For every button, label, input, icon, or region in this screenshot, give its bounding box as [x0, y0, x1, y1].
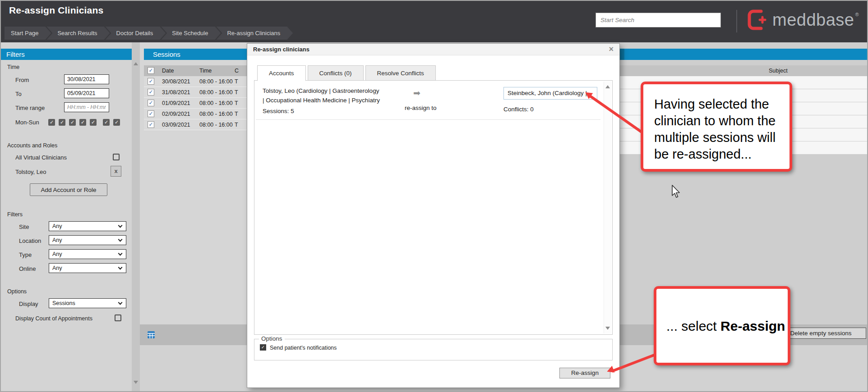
all-virtual-clinicians-checkbox[interactable] — [113, 154, 120, 160]
logo-divider — [736, 10, 737, 32]
breadcrumb-item-reassign-clinicians[interactable]: Re-assign Clinicians — [216, 27, 293, 40]
location-select[interactable]: Any — [49, 235, 126, 245]
callout-text-line: be re-assigned... — [654, 146, 776, 163]
session-date: 03/09/2021 — [162, 119, 190, 130]
remove-icon: x — [114, 168, 117, 174]
meddbase-logo-icon — [746, 8, 768, 32]
callout-selected-clinician: Having selected the clinician to whom th… — [641, 82, 792, 172]
session-clinician: T — [235, 98, 238, 109]
tab-accounts[interactable]: Accounts — [257, 65, 306, 81]
session-clinician: T — [235, 87, 238, 98]
sessions-panel-header: Sessions — [144, 49, 247, 60]
day-checkbox-thu[interactable]: ✓ — [79, 119, 86, 126]
source-clinician-line1: Tolstoy, Leo (Cardiology | Gastroenterol… — [263, 86, 380, 96]
display-count-checkbox[interactable] — [115, 315, 121, 321]
add-account-or-role-button[interactable]: Add Account or Role — [30, 183, 107, 196]
session-date: 31/08/2021 — [162, 87, 190, 98]
arrow-right-icon: ➡ — [413, 88, 420, 98]
target-clinician-field[interactable]: Steinbeck, John (Cardiology | — [503, 87, 597, 100]
tab-conflicts[interactable]: Conflicts (0) — [308, 65, 364, 81]
row-checkbox[interactable]: ✓ — [148, 89, 154, 96]
page-title: Re-assign Clinicians — [9, 5, 103, 16]
scroll-up-icon[interactable] — [605, 85, 610, 88]
to-date-input[interactable] — [65, 89, 109, 98]
column-subject: Subject — [769, 65, 788, 76]
row-checkbox[interactable]: ✓ — [148, 110, 154, 117]
options-section-label: Options — [7, 288, 27, 295]
callout-text-line: clinician to whom the — [654, 113, 776, 129]
session-row[interactable]: ✓ 30/08/2021 08:00 - 16:00 T — [144, 76, 247, 87]
session-time: 08:00 - 16:00 — [199, 119, 233, 130]
scroll-up-icon[interactable] — [134, 62, 138, 65]
session-row[interactable]: ✓ 03/09/2021 08:00 - 16:00 T — [144, 119, 247, 130]
options-fieldset: Options ✓ Send patient's notifications — [254, 339, 613, 360]
online-label: Online — [19, 265, 36, 272]
breadcrumb-item-site-schedule[interactable]: Site Schedule — [161, 27, 221, 40]
send-notifications-checkbox[interactable]: ✓ — [260, 344, 266, 351]
to-field — [64, 88, 109, 98]
site-select[interactable]: Any — [49, 221, 126, 231]
session-row[interactable]: ✓ 02/09/2021 08:00 - 16:00 T — [144, 109, 247, 119]
callout-text-line: multiple sessions will — [654, 129, 776, 146]
sidebar-scrollbar[interactable] — [132, 42, 140, 391]
callout-text-line: Having selected the — [654, 96, 776, 113]
right-panel-header-strip — [620, 49, 624, 60]
breadcrumb-item-search-results[interactable]: Search Results — [46, 27, 110, 40]
mouse-cursor — [671, 185, 681, 198]
type-select-value: Any — [52, 251, 62, 257]
time-range-field — [64, 102, 109, 112]
reassign-button[interactable]: Re-assign — [559, 368, 610, 378]
session-time: 08:00 - 16:00 — [199, 109, 233, 119]
reassign-clinicians-dialog: Re-assign clinicians × Accounts Conflict… — [247, 43, 620, 388]
options-legend: Options — [259, 335, 285, 342]
scroll-down-icon[interactable] — [134, 381, 138, 384]
search-input[interactable] — [596, 13, 720, 27]
time-section-label: Time — [7, 64, 19, 70]
meddbase-logo: meddbase ® — [746, 8, 859, 32]
sessions-table-header: ✓ Date Time C — [144, 65, 247, 76]
row-checkbox[interactable]: ✓ — [148, 121, 154, 128]
scroll-down-icon[interactable] — [605, 327, 610, 330]
session-row[interactable]: ✓ 31/08/2021 08:00 - 16:00 T — [144, 87, 247, 98]
day-checkbox-mon[interactable]: ✓ — [48, 119, 55, 126]
row-checkbox[interactable]: ✓ — [148, 100, 154, 106]
day-checkbox-sat[interactable]: ✓ — [103, 119, 110, 126]
column-clinician: C — [235, 65, 239, 76]
day-checkbox-tue[interactable]: ✓ — [59, 119, 65, 126]
from-label: From — [15, 77, 29, 83]
select-all-checkbox[interactable]: ✓ — [148, 67, 154, 74]
row-checkbox[interactable]: ✓ — [148, 78, 154, 85]
type-label: Type — [19, 251, 32, 258]
session-date: 01/09/2021 — [162, 98, 190, 109]
day-checkbox-fri[interactable]: ✓ — [90, 119, 97, 126]
dialog-scrollbar[interactable] — [604, 82, 611, 333]
session-clinician: T — [235, 119, 238, 130]
display-select[interactable]: Sessions — [49, 298, 126, 308]
session-row[interactable]: ✓ 01/09/2021 08:00 - 16:00 T — [144, 98, 247, 109]
row-divider — [256, 119, 600, 120]
site-select-value: Any — [52, 223, 62, 229]
tab-resolve-conflicts[interactable]: Resolve Conflicts — [365, 65, 436, 81]
online-select[interactable]: Any — [49, 263, 126, 273]
callout-text: ... select — [666, 319, 720, 333]
close-icon[interactable]: × — [609, 45, 614, 54]
column-time: Time — [199, 65, 212, 76]
dialog-tabs: Accounts Conflicts (0) Resolve Conflicts — [257, 65, 438, 81]
type-select[interactable]: Any — [49, 249, 126, 259]
search-box — [596, 13, 721, 27]
remove-account-button[interactable]: x — [111, 166, 121, 177]
day-checkbox-sun[interactable]: ✓ — [113, 119, 120, 126]
breadcrumb-item-doctor-details[interactable]: Doctor Details — [106, 27, 166, 40]
display-select-value: Sessions — [52, 300, 75, 306]
filters-sidebar: Filters Time From To Time range Mon-Sun … — [1, 42, 132, 391]
breadcrumb-item-start-page[interactable]: Start Page — [5, 27, 51, 40]
time-range-input[interactable] — [65, 103, 109, 112]
app-window: Re-assign Clinicians Start Page Search R… — [0, 0, 868, 392]
from-date-input[interactable] — [65, 75, 109, 84]
session-time: 08:00 - 16:00 — [199, 87, 233, 98]
to-label: To — [15, 91, 22, 97]
filters-panel-header: Filters — [1, 49, 132, 60]
chevron-down-icon — [118, 237, 123, 242]
report-grid-icon[interactable] — [147, 331, 155, 339]
day-checkbox-wed[interactable]: ✓ — [69, 119, 76, 126]
